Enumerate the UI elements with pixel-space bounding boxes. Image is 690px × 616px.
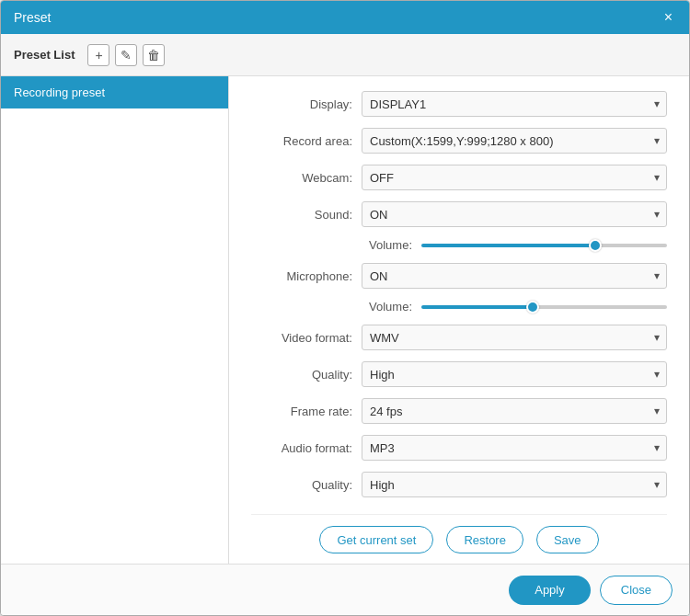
dialog-title: Preset bbox=[14, 10, 51, 25]
microphone-label: Microphone: bbox=[251, 269, 352, 283]
audio-format-select-wrapper: MP3 bbox=[362, 435, 667, 461]
mic-volume-label: Volume: bbox=[362, 300, 412, 314]
video-format-label: Video format: bbox=[251, 331, 352, 345]
record-area-select-wrapper: Custom(X:1599,Y:999;1280 x 800) bbox=[362, 128, 667, 154]
display-select[interactable]: DISPLAY1 bbox=[362, 91, 667, 117]
add-icon: + bbox=[95, 48, 102, 63]
sidebar-item-label: Recording preset bbox=[14, 86, 105, 99]
sound-row: Sound: ON bbox=[251, 201, 667, 227]
webcam-select-wrapper: OFF bbox=[362, 165, 667, 190]
record-area-label: Record area: bbox=[251, 134, 352, 148]
audio-quality-label: Quality: bbox=[251, 478, 352, 492]
video-format-select-wrapper: WMV bbox=[362, 325, 667, 350]
display-label: Display: bbox=[251, 97, 352, 111]
video-quality-select[interactable]: High bbox=[362, 361, 667, 387]
microphone-row: Microphone: ON bbox=[251, 263, 667, 289]
delete-preset-button[interactable]: 🗑 bbox=[143, 44, 165, 66]
display-select-wrapper: DISPLAY1 bbox=[362, 91, 667, 117]
delete-icon: 🗑 bbox=[147, 48, 160, 63]
preset-dialog: Preset × Preset List + ✎ 🗑 Recording pre… bbox=[0, 0, 690, 616]
apply-button[interactable]: Apply bbox=[509, 576, 591, 605]
action-buttons-row: Get current set Restore Save bbox=[251, 514, 667, 553]
audio-quality-select-wrapper: High bbox=[362, 472, 667, 497]
record-area-select[interactable]: Custom(X:1599,Y:999;1280 x 800) bbox=[362, 128, 667, 154]
video-quality-label: Quality: bbox=[251, 368, 352, 382]
audio-quality-select[interactable]: High bbox=[362, 472, 667, 497]
audio-format-label: Audio format: bbox=[251, 441, 352, 455]
sound-volume-slider[interactable] bbox=[421, 244, 667, 247]
audio-quality-row: Quality: High bbox=[251, 472, 667, 497]
display-row: Display: DISPLAY1 bbox=[251, 91, 667, 117]
title-close-button[interactable]: × bbox=[661, 8, 676, 27]
restore-button[interactable]: Restore bbox=[446, 526, 523, 553]
close-button[interactable]: Close bbox=[600, 576, 673, 605]
video-format-select[interactable]: WMV bbox=[362, 325, 667, 350]
mic-volume-row: Volume: bbox=[362, 300, 667, 314]
main-content: Recording preset Display: DISPLAY1 Recor… bbox=[1, 76, 689, 564]
mic-volume-container bbox=[421, 305, 667, 309]
webcam-label: Webcam: bbox=[251, 171, 352, 185]
preset-list-label: Preset List bbox=[14, 48, 75, 62]
webcam-select[interactable]: OFF bbox=[362, 165, 667, 190]
frame-rate-select[interactable]: 24 fps bbox=[362, 398, 667, 424]
sound-select[interactable]: ON bbox=[362, 201, 667, 227]
sound-select-wrapper: ON bbox=[362, 201, 667, 227]
sound-label: Sound: bbox=[251, 208, 352, 222]
video-quality-select-wrapper: High bbox=[362, 361, 667, 387]
sidebar: Recording preset bbox=[1, 76, 229, 564]
edit-icon: ✎ bbox=[121, 48, 132, 63]
footer: Apply Close bbox=[1, 564, 689, 615]
frame-rate-select-wrapper: 24 fps bbox=[362, 398, 667, 424]
settings-panel: Display: DISPLAY1 Record area: Custom(X:… bbox=[229, 76, 689, 564]
sound-volume-container bbox=[421, 244, 667, 247]
frame-rate-label: Frame rate: bbox=[251, 405, 352, 418]
get-current-set-button[interactable]: Get current set bbox=[319, 526, 433, 553]
add-preset-button[interactable]: + bbox=[87, 44, 109, 66]
video-format-row: Video format: WMV bbox=[251, 325, 667, 350]
title-bar: Preset × bbox=[1, 1, 689, 34]
frame-rate-row: Frame rate: 24 fps bbox=[251, 398, 667, 424]
audio-format-select[interactable]: MP3 bbox=[362, 435, 667, 461]
microphone-select-wrapper: ON bbox=[362, 263, 667, 289]
sound-volume-label: Volume: bbox=[362, 238, 412, 252]
mic-volume-slider[interactable] bbox=[421, 305, 667, 309]
edit-preset-button[interactable]: ✎ bbox=[115, 44, 137, 66]
record-area-row: Record area: Custom(X:1599,Y:999;1280 x … bbox=[251, 128, 667, 154]
sidebar-item-recording-preset[interactable]: Recording preset bbox=[1, 76, 228, 108]
webcam-row: Webcam: OFF bbox=[251, 165, 667, 190]
toolbar: Preset List + ✎ 🗑 bbox=[1, 34, 689, 76]
save-button[interactable]: Save bbox=[536, 526, 599, 553]
microphone-select[interactable]: ON bbox=[362, 263, 667, 289]
sound-volume-row: Volume: bbox=[362, 238, 667, 252]
audio-format-row: Audio format: MP3 bbox=[251, 435, 667, 461]
video-quality-row: Quality: High bbox=[251, 361, 667, 387]
